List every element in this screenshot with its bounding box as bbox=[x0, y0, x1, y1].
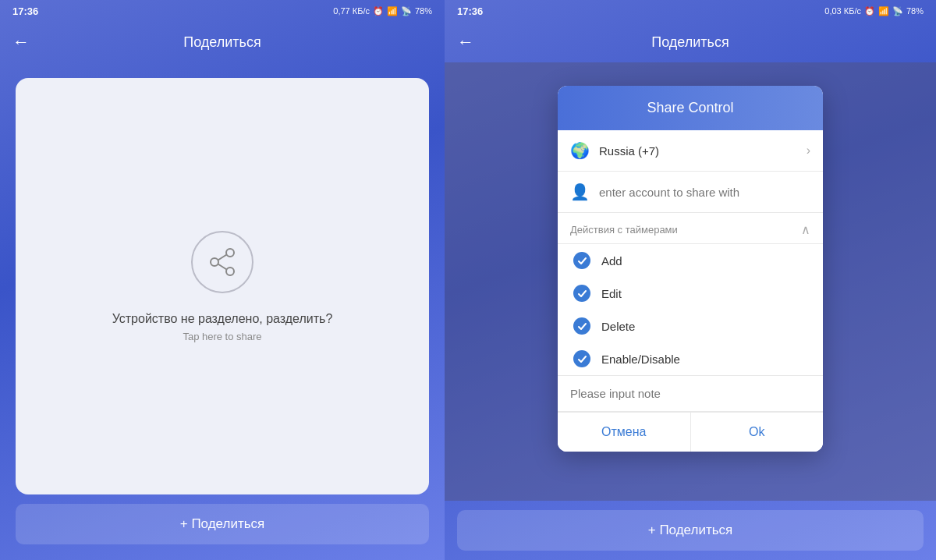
right-battery-icon: 78% bbox=[906, 6, 924, 16]
ok-button[interactable]: Ok bbox=[691, 412, 824, 452]
delete-label: Delete bbox=[601, 320, 635, 333]
country-chevron-icon: › bbox=[807, 144, 810, 158]
left-status-bar: 17:36 0,77 КБ/с ⏰ 📶 📡 78% bbox=[0, 0, 445, 22]
right-bottom: + Поделиться bbox=[445, 501, 936, 560]
edit-label: Edit bbox=[601, 287, 622, 300]
left-back-button[interactable]: ← bbox=[12, 32, 30, 52]
share-icon-circle bbox=[191, 231, 254, 293]
share-sub-text: Tap here to share bbox=[183, 331, 261, 342]
left-app-bar: ← Поделиться bbox=[0, 22, 445, 62]
right-page-title: Поделиться bbox=[651, 34, 729, 51]
left-content: Устройство не разделено, разделить? Tap … bbox=[0, 62, 445, 560]
svg-point-1 bbox=[226, 268, 234, 275]
add-label: Add bbox=[601, 254, 622, 268]
note-input[interactable] bbox=[570, 387, 810, 400]
right-time: 17:36 bbox=[457, 5, 483, 17]
modal-header: Share Control bbox=[558, 86, 823, 130]
svg-line-4 bbox=[218, 264, 227, 269]
right-panel: 17:36 0,03 КБ/с ⏰ 📶 📡 78% ← Поделиться S… bbox=[445, 0, 936, 560]
left-page-title: Поделиться bbox=[183, 34, 261, 51]
modal-backdrop: Share Control 🌍 Russia (+7) › 👤 Действия bbox=[445, 62, 936, 501]
right-app-bar: ← Поделиться bbox=[445, 22, 936, 62]
right-network: 0,03 КБ/с bbox=[824, 6, 861, 16]
account-input-row: 👤 bbox=[558, 172, 823, 213]
delete-check-icon bbox=[573, 317, 590, 335]
actions-title: Действия с таймерами bbox=[570, 224, 678, 236]
share-card[interactable]: Устройство не разделено, разделить? Tap … bbox=[16, 78, 429, 494]
share-control-modal: Share Control 🌍 Russia (+7) › 👤 Действия bbox=[558, 86, 823, 452]
alarm-icon: ⏰ bbox=[373, 6, 384, 16]
actions-header: Действия с таймерами ∧ bbox=[558, 213, 823, 244]
right-signal-icon: 📡 bbox=[892, 6, 903, 16]
action-item-edit: Edit bbox=[558, 277, 823, 310]
actions-chevron-up-icon[interactable]: ∧ bbox=[801, 222, 810, 237]
action-item-add: Add bbox=[558, 244, 823, 277]
right-wifi-icon: 📶 bbox=[878, 6, 889, 16]
svg-line-3 bbox=[218, 254, 227, 260]
edit-check-icon bbox=[573, 285, 590, 302]
right-alarm-icon: ⏰ bbox=[864, 6, 875, 16]
globe-icon: 🌍 bbox=[570, 141, 590, 160]
right-status-icons: 0,03 КБ/с ⏰ 📶 📡 78% bbox=[824, 6, 924, 16]
country-label: Russia (+7) bbox=[599, 144, 807, 158]
share-icon bbox=[207, 246, 238, 278]
action-item-delete: Delete bbox=[558, 310, 823, 342]
actions-section: Действия с таймерами ∧ Add Edit bbox=[558, 213, 823, 375]
signal-icon: 📡 bbox=[401, 6, 412, 16]
action-item-enable-disable: Enable/Disable bbox=[558, 342, 823, 375]
wifi-icon: 📶 bbox=[387, 6, 398, 16]
left-panel: 17:36 0,77 КБ/с ⏰ 📶 📡 78% ← Поделиться bbox=[0, 0, 445, 560]
add-check-icon bbox=[573, 252, 590, 269]
person-icon: 👤 bbox=[570, 183, 590, 201]
account-input[interactable] bbox=[599, 186, 810, 199]
left-network: 0,77 КБ/с bbox=[333, 6, 370, 16]
share-main-text: Устройство не разделено, разделить? bbox=[112, 312, 333, 326]
cancel-button[interactable]: Отмена bbox=[558, 412, 691, 452]
country-row[interactable]: 🌍 Russia (+7) › bbox=[558, 130, 823, 172]
right-content: Share Control 🌍 Russia (+7) › 👤 Действия bbox=[445, 62, 936, 501]
modal-buttons: Отмена Ok bbox=[558, 412, 823, 452]
right-status-bar: 17:36 0,03 КБ/с ⏰ 📶 📡 78% bbox=[445, 0, 936, 22]
enable-disable-check-icon bbox=[573, 350, 590, 367]
svg-point-2 bbox=[211, 258, 218, 266]
battery-icon: 78% bbox=[415, 6, 432, 16]
right-back-button[interactable]: ← bbox=[457, 32, 474, 52]
modal-title: Share Control bbox=[647, 100, 733, 115]
enable-disable-label: Enable/Disable bbox=[601, 353, 680, 366]
left-share-button[interactable]: + Поделиться bbox=[16, 504, 429, 544]
right-share-button[interactable]: + Поделиться bbox=[457, 510, 924, 551]
left-time: 17:36 bbox=[12, 5, 38, 17]
svg-point-0 bbox=[226, 249, 234, 257]
left-status-icons: 0,77 КБ/с ⏰ 📶 📡 78% bbox=[333, 6, 432, 16]
note-input-row bbox=[558, 375, 823, 412]
